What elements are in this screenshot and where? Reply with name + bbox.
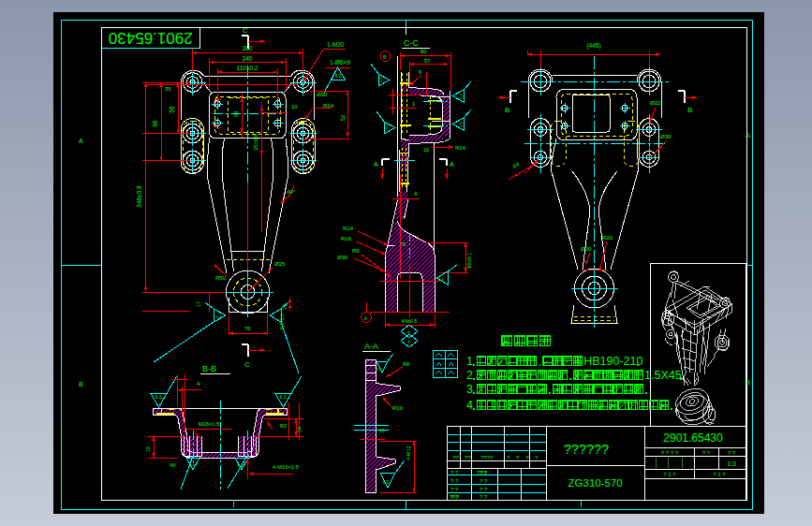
svg-text:???: ???: [450, 494, 460, 500]
svg-text:4-M16×1.5: 4-M16×1.5: [273, 464, 299, 470]
svg-text:57: 57: [424, 58, 431, 64]
svg-text:10: 10: [379, 428, 385, 433]
svg-text:3: 3: [466, 383, 473, 396]
svg-text:R14: R14: [323, 103, 334, 109]
svg-text:HB190-210: HB190-210: [583, 355, 642, 368]
svg-text:C: C: [244, 360, 250, 369]
svg-text:4-M12: 4-M12: [406, 446, 411, 460]
svg-text:? ?: ? ?: [702, 450, 711, 456]
svg-text:? ?: ? ?: [480, 494, 488, 500]
svg-text:76: 76: [244, 326, 251, 331]
svg-text:? ?: ? ?: [728, 450, 736, 456]
svg-text:1:3: 1:3: [727, 460, 736, 467]
svg-text:35: 35: [165, 86, 171, 92]
svg-text:R9: R9: [352, 248, 360, 254]
svg-text:?: ?: [407, 330, 410, 336]
svg-text:6.3: 6.3: [155, 394, 162, 400]
svg-text:??: ??: [465, 455, 471, 460]
svg-text:6.3: 6.3: [459, 122, 463, 126]
svg-text:6.3: 6.3: [383, 480, 390, 485]
svg-text:40: 40: [170, 462, 175, 468]
svg-text:2: 2: [466, 369, 473, 382]
svg-text:6.3: 6.3: [459, 94, 463, 98]
svg-text:R8: R8: [403, 361, 409, 367]
svg-text:2901.65430: 2901.65430: [663, 431, 723, 445]
svg-text:??: ??: [452, 455, 459, 460]
svg-text:B: B: [687, 106, 692, 114]
svg-text:110±0.2: 110±0.2: [237, 65, 258, 71]
svg-text:346±0.8: 346±0.8: [136, 185, 142, 208]
svg-text:3.2: 3.2: [376, 367, 382, 372]
svg-text:A: A: [374, 161, 378, 168]
svg-text:B: B: [746, 379, 750, 386]
svg-text:Ø30: Ø30: [317, 92, 328, 97]
svg-text:? ?: ? ?: [480, 478, 488, 484]
svg-text:A: A: [79, 138, 83, 144]
svg-text:A: A: [746, 132, 750, 139]
svg-text:1: 1: [466, 355, 473, 368]
svg-text:1.6: 1.6: [438, 277, 444, 282]
svg-text:10: 10: [423, 147, 429, 153]
svg-text:C: C: [243, 26, 248, 35]
svg-text:14: 14: [297, 427, 303, 432]
svg-text:0.3: 0.3: [216, 314, 222, 319]
svg-text:B: B: [505, 106, 509, 114]
svg-text:380: 380: [243, 45, 253, 51]
svg-text:35±0.5: 35±0.5: [253, 133, 258, 151]
svg-text:R50: R50: [215, 275, 227, 281]
svg-text:12.5: 12.5: [379, 75, 383, 81]
svg-text:M16×1.5: M16×1.5: [199, 421, 220, 427]
svg-text:? ? ? ?: ? ? ? ?: [661, 450, 679, 456]
svg-text:? ?: ? ?: [450, 478, 459, 484]
svg-text:R2: R2: [280, 423, 287, 429]
svg-text:? ?: ? ?: [480, 487, 488, 492]
svg-text:6.3: 6.3: [280, 394, 287, 400]
svg-text:17: 17: [196, 301, 201, 307]
svg-text:? ?: ? ?: [450, 487, 459, 492]
svg-text:64: 64: [233, 110, 239, 117]
svg-text:76: 76: [400, 241, 406, 247]
svg-text:Ø20: Ø20: [581, 246, 592, 252]
svg-text:65±0.1: 65±0.1: [466, 253, 472, 269]
svg-text:2901.65430: 2901.65430: [109, 29, 193, 47]
svg-text:???: ???: [477, 470, 487, 475]
svg-text:? ?: ? ?: [450, 470, 459, 475]
svg-text:6.3: 6.3: [335, 74, 342, 79]
svg-text:52: 52: [340, 114, 346, 121]
svg-text:44±0.5: 44±0.5: [402, 318, 418, 324]
svg-text:15: 15: [145, 446, 151, 452]
svg-text:10: 10: [291, 104, 298, 110]
svg-text:? 1 ?: ? 1 ?: [663, 472, 676, 477]
svg-text:? 1 ?: ? 1 ?: [713, 472, 726, 477]
svg-text:1-Ø6×9: 1-Ø6×9: [330, 59, 350, 66]
svg-text:40°: 40°: [287, 189, 296, 195]
svg-text:??????: ??????: [564, 442, 609, 457]
svg-text:340: 340: [243, 55, 253, 62]
svg-text:Ø25: Ø25: [274, 261, 286, 267]
svg-text:R16: R16: [455, 145, 466, 151]
svg-text:R10: R10: [392, 405, 404, 411]
svg-text:A-A: A-A: [364, 342, 378, 351]
svg-text:56: 56: [169, 106, 175, 113]
svg-text:Ø22: Ø22: [650, 100, 661, 106]
svg-text:A: A: [450, 161, 454, 168]
svg-text:1-M20: 1-M20: [327, 41, 345, 48]
svg-text:?: ?: [407, 340, 410, 345]
svg-text:1.5X45: 1.5X45: [644, 369, 682, 382]
svg-text:80: 80: [421, 49, 427, 54]
svg-text:86: 86: [152, 120, 158, 127]
svg-text:B: B: [79, 381, 83, 387]
svg-text:0.3: 0.3: [238, 463, 244, 468]
svg-text:R20: R20: [602, 235, 613, 241]
svg-text:6.3×1.5: 6.3×1.5: [279, 314, 285, 329]
svg-text:Ø30: Ø30: [337, 255, 348, 260]
svg-text:Ø30: Ø30: [660, 134, 672, 139]
svg-text:(445): (445): [586, 42, 600, 50]
svg-text:R16: R16: [341, 236, 352, 241]
svg-text:6.3: 6.3: [385, 124, 389, 128]
svg-text:C-C: C-C: [404, 38, 419, 48]
svg-text:0.3: 0.3: [189, 463, 195, 468]
svg-text:????: ????: [480, 455, 494, 460]
svg-text:4: 4: [466, 399, 473, 412]
svg-text:R14: R14: [343, 226, 354, 231]
